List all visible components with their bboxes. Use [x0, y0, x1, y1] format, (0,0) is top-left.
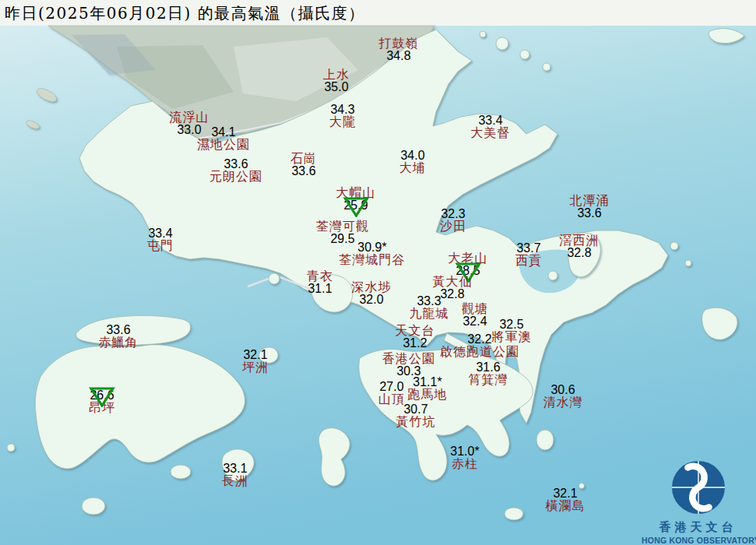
station-label: 32.2啟德跑道公園 [440, 333, 519, 358]
station-label: 滘西洲32.8 [560, 234, 600, 259]
station-name: 坪洲 [242, 361, 269, 374]
station-label: 深水埗32.0 [352, 281, 392, 306]
station-name: 天文台 [396, 325, 435, 337]
station-name: 荃灣城門谷 [339, 254, 406, 266]
station-temperature-value: 32.4 [462, 315, 488, 328]
station-name: 昂坪 [89, 402, 115, 414]
station-label: 33.4屯門 [147, 227, 174, 252]
station-temperature-value: 31.1 [307, 283, 333, 295]
station-name: 橫瀾島 [546, 500, 585, 512]
station-temperature-value: 33.6 [290, 165, 317, 178]
station-label: 33.4大美督 [471, 114, 511, 139]
station-label: 32.1橫瀾島 [546, 487, 585, 512]
station-label: 33.7西貢 [515, 242, 542, 267]
station-label: 34.1濕地公園 [197, 126, 250, 151]
station-name: 荃灣可觀 [316, 220, 369, 233]
station-label: 32.3沙田 [440, 208, 466, 233]
station-label: 33.6赤鱲角 [99, 324, 139, 349]
station-label: 31.6筲箕灣 [469, 361, 508, 386]
station-label: 30.7黃竹坑 [396, 403, 436, 428]
station-name: 啟德跑道公園 [440, 346, 519, 358]
station-label: 27.0山頂 [378, 381, 405, 406]
station-name: 大埔 [399, 162, 426, 174]
station-name: 筲箕灣 [469, 374, 508, 386]
station-name: 大美督 [471, 127, 511, 139]
station-label: 34.0大埔 [399, 149, 426, 174]
station-name: 青衣 [307, 270, 333, 283]
station-name: 九龍城 [410, 308, 449, 320]
station-name: 大帽山 [336, 187, 376, 199]
station-name: 黃竹坑 [396, 416, 436, 428]
station-name: 元朗公園 [209, 171, 262, 183]
station-label: 31.0*赤柱 [450, 445, 479, 470]
station-label: 北潭涌33.6 [570, 195, 610, 220]
station-name: 黃大仙 [433, 276, 473, 288]
station-name: 赤鱲角 [99, 336, 139, 349]
station-name: 跑馬地 [408, 389, 448, 401]
station-name: 西貢 [515, 255, 542, 267]
station-temperature-value: 35.0 [323, 81, 350, 93]
station-name: 滘西洲 [560, 234, 600, 247]
station-name: 大老山 [448, 252, 488, 265]
hko-logo-icon [670, 459, 726, 515]
hko-logo-chinese-name: 香港天文台 [642, 520, 754, 535]
station-label: 打鼓嶺34.8 [379, 37, 419, 62]
station-label: 26.6昂坪 [89, 389, 115, 414]
station-label: 上水35.0 [323, 69, 350, 93]
station-label: 30.6清水灣 [543, 384, 583, 409]
station-label: 33.1長洲 [222, 462, 248, 487]
station-label: 觀塘32.4 [462, 303, 488, 328]
station-label: 石崗33.6 [290, 153, 317, 178]
station-name: 流浮山 [170, 111, 209, 124]
station-label: 33.3九龍城 [410, 295, 449, 320]
station-name: 觀塘 [462, 303, 488, 315]
station-label: 青衣31.1 [307, 270, 333, 295]
station-temperature-value: 25.9 [336, 199, 376, 212]
station-name: 濕地公園 [197, 139, 250, 151]
station-label: 30.9*荃灣城門谷 [339, 241, 406, 266]
station-name: 清水灣 [543, 396, 583, 409]
station-name: 屯門 [147, 240, 174, 252]
station-name: 赤柱 [450, 458, 479, 470]
station-name: 上水 [323, 69, 350, 81]
hko-logo-english-name: HONG KONG OBSERVATORY [642, 536, 754, 545]
page-title: 昨日(2025年06月02日) 的最高氣溫（攝氏度） [5, 3, 365, 24]
station-label: 香港公園30.3 [382, 353, 435, 378]
station-name: 長洲 [222, 475, 248, 487]
station-name: 石崗 [290, 153, 317, 165]
station-label: 32.1坪洲 [242, 349, 269, 374]
station-name: 沙田 [440, 220, 466, 233]
station-label: 34.3大隴 [329, 104, 356, 128]
station-temperature-value: 32.8 [560, 247, 600, 259]
station-name: 大隴 [329, 116, 356, 128]
station-temperature-value: 31.2 [396, 337, 435, 350]
hko-logo: 香港天文台 HONG KONG OBSERVATORY [642, 459, 754, 545]
station-temperature-value: 34.8 [379, 50, 419, 62]
hko-max-temperature-map-screen: 昨日(2025年06月02日) 的最高氣溫（攝氏度） 打鼓嶺34.8上水35.0… [0, 0, 756, 545]
station-name: 打鼓嶺 [379, 37, 419, 50]
station-temperature-value: 32.0 [352, 294, 392, 306]
station-label: 大帽山25.9 [336, 187, 376, 212]
station-temperature-value: 33.6 [570, 207, 610, 220]
station-name: 香港公園 [382, 353, 435, 365]
station-label: 天文台31.2 [396, 325, 435, 350]
station-name: 深水埗 [352, 281, 392, 294]
station-label: 31.1*跑馬地 [408, 376, 448, 401]
station-label: 33.6元朗公園 [209, 158, 262, 183]
station-name: 北潭涌 [570, 195, 610, 207]
